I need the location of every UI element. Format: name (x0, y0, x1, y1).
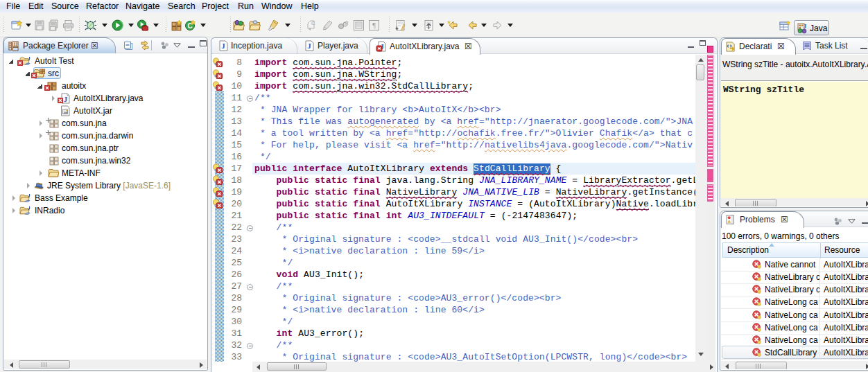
svg-text:¶: ¶ (372, 21, 376, 29)
svg-text:C: C (311, 20, 315, 26)
svg-text:J: J (221, 42, 225, 50)
svg-text:J: J (804, 23, 807, 30)
svg-text:C: C (187, 22, 192, 30)
svg-text:J: J (307, 42, 311, 50)
